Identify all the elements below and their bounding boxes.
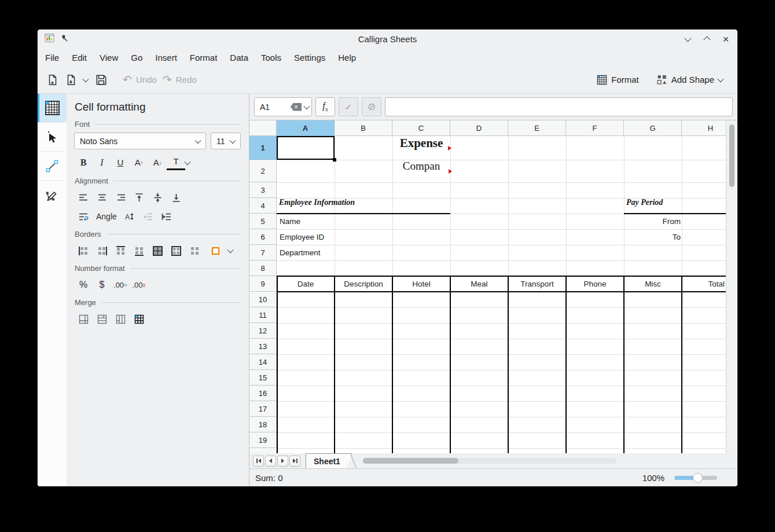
cell-tool-button[interactable] <box>38 94 67 122</box>
add-shape-button[interactable]: Add Shape <box>656 74 723 85</box>
open-recent-chevron-icon[interactable] <box>82 75 89 82</box>
align-center-button[interactable] <box>93 190 111 204</box>
column-header[interactable]: D <box>450 120 508 136</box>
table-header-cell[interactable]: Total <box>682 276 726 292</box>
row-header[interactable]: 17 <box>249 401 277 417</box>
row-header[interactable]: 7 <box>249 245 277 261</box>
table-header-cell[interactable]: Misc <box>624 276 682 292</box>
align-left-button[interactable] <box>74 190 93 204</box>
vertical-scrollbar[interactable] <box>726 120 737 453</box>
align-top-button[interactable] <box>130 190 148 204</box>
bold-button[interactable]: B <box>74 156 93 170</box>
sheet-title-cell[interactable]: Expense <box>392 136 450 160</box>
border-color-button[interactable] <box>206 244 225 258</box>
pay-period-cell[interactable]: Pay Period <box>626 198 663 214</box>
to-cell[interactable]: To <box>624 229 681 245</box>
outside-borders-button[interactable] <box>167 244 185 258</box>
row-header[interactable]: 19 <box>249 432 277 448</box>
vertical-text-button[interactable]: A <box>120 210 139 223</box>
row-header[interactable]: 14 <box>249 354 277 370</box>
currency-format-button[interactable]: $ <box>93 278 111 292</box>
menu-item[interactable]: Go <box>124 53 149 63</box>
column-header[interactable]: G <box>624 120 682 136</box>
underline-button[interactable]: U <box>111 156 130 170</box>
font-size-select[interactable]: 11 <box>211 133 241 149</box>
last-sheet-button[interactable] <box>289 456 300 467</box>
menu-item[interactable]: Data <box>223 53 255 63</box>
cancel-button[interactable]: ⊘ <box>362 97 381 116</box>
select-all-corner[interactable] <box>249 120 277 136</box>
row-header[interactable]: 5 <box>249 214 277 229</box>
row-header[interactable]: 20 <box>249 448 277 453</box>
merge-cells-button[interactable] <box>74 312 93 326</box>
decrease-indent-button[interactable] <box>139 210 157 223</box>
row-header[interactable]: 15 <box>249 370 277 386</box>
table-header-cell[interactable]: Meal <box>450 276 508 292</box>
font-family-select[interactable]: Noto Sans <box>74 133 206 149</box>
menu-item[interactable]: Help <box>332 53 362 63</box>
fill-handle[interactable] <box>333 158 336 162</box>
row-header[interactable]: 16 <box>249 386 277 401</box>
zoom-slider[interactable] <box>674 476 717 480</box>
row-header[interactable]: 13 <box>249 339 277 354</box>
titlebar[interactable]: Calligra Sheets × <box>38 30 737 49</box>
column-header[interactable]: E <box>508 120 566 136</box>
grow-font-button[interactable]: A↑ <box>130 156 148 170</box>
increase-precision-button[interactable]: .00+ <box>111 278 130 292</box>
save-button[interactable] <box>95 74 108 86</box>
path-tool-button[interactable] <box>38 181 67 209</box>
pin-icon[interactable] <box>60 34 69 45</box>
row-header[interactable]: 3 <box>249 182 277 198</box>
maximize-icon[interactable] <box>702 35 711 44</box>
border-right-button[interactable] <box>93 244 111 258</box>
minimize-icon[interactable] <box>683 35 692 44</box>
align-right-button[interactable] <box>111 190 130 204</box>
undo-button[interactable]: ↶ Undo <box>123 75 157 85</box>
name-cell[interactable]: Name <box>280 214 300 229</box>
font-color-chevron-icon[interactable] <box>184 158 190 164</box>
vertical-scrollbar-thumb[interactable] <box>729 124 734 187</box>
border-bottom-button[interactable] <box>130 244 148 258</box>
shrink-font-button[interactable]: A↓ <box>148 156 167 170</box>
row-header[interactable]: 10 <box>249 292 277 307</box>
wrap-text-button[interactable] <box>74 210 93 223</box>
cell-ref-chevron-icon[interactable] <box>303 102 310 109</box>
department-cell[interactable]: Department <box>280 245 321 261</box>
column-header[interactable]: H <box>682 120 726 136</box>
line-tool-button[interactable] <box>38 152 67 180</box>
table-header-cell[interactable]: Phone <box>566 276 624 292</box>
row-header[interactable]: 12 <box>249 323 277 339</box>
sheet-grid[interactable]: ABCDEFGH 1234567891011121314151617181920 <box>249 120 726 453</box>
decrease-precision-button[interactable]: .00x <box>130 278 148 292</box>
menu-item[interactable]: Settings <box>288 53 332 63</box>
font-color-button[interactable]: T <box>167 155 185 170</box>
column-header[interactable]: F <box>566 120 624 136</box>
italic-button[interactable]: I <box>93 156 111 170</box>
percent-format-button[interactable]: % <box>74 278 93 292</box>
formula-input[interactable] <box>385 97 733 116</box>
align-bottom-button[interactable] <box>167 190 185 204</box>
merge-vertical-button[interactable] <box>111 312 130 326</box>
menu-item[interactable]: Edit <box>65 53 93 63</box>
row-header[interactable]: 4 <box>249 198 277 214</box>
clear-icon[interactable]: × <box>291 103 302 111</box>
menu-item[interactable]: View <box>93 53 124 63</box>
no-borders-button[interactable] <box>185 244 204 258</box>
cell-reference-box[interactable]: A1 × <box>254 97 312 116</box>
function-button[interactable]: fx <box>315 97 335 116</box>
column-header[interactable]: C <box>392 120 450 136</box>
menu-item[interactable]: Tools <box>255 53 288 63</box>
row-header[interactable]: 11 <box>249 307 277 323</box>
table-header-cell[interactable]: Description <box>335 276 392 292</box>
employee-information-cell[interactable]: Employee Information <box>279 198 355 214</box>
row-header[interactable]: 2 <box>249 160 277 182</box>
angle-button[interactable]: Angle <box>93 212 120 221</box>
format-button[interactable]: Format <box>597 75 639 85</box>
row-header[interactable]: 8 <box>249 261 277 276</box>
merge-horizontal-button[interactable] <box>93 312 111 326</box>
table-header-cell[interactable]: Transport <box>508 276 566 292</box>
close-icon[interactable]: × <box>721 35 730 44</box>
selection-tool-button[interactable] <box>38 123 67 151</box>
menu-item[interactable]: Insert <box>149 53 183 63</box>
redo-button[interactable]: ↷ Redo <box>163 75 197 85</box>
